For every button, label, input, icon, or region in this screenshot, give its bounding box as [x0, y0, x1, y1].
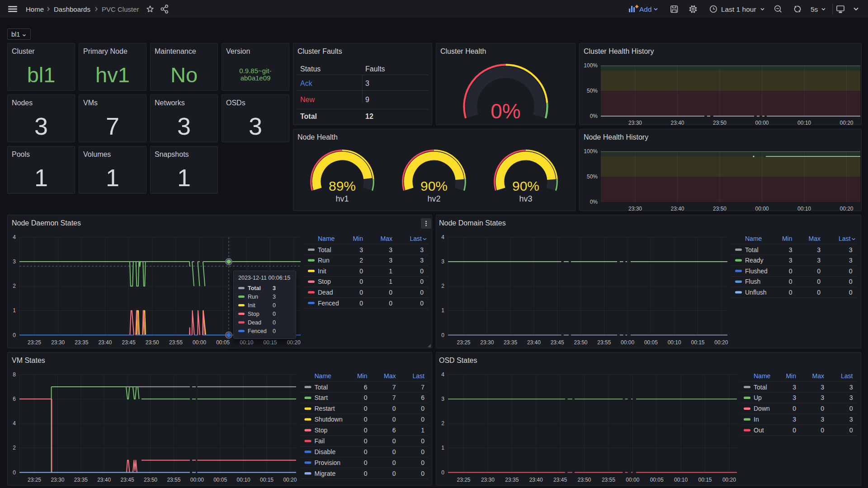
svg-text:Min: Min — [357, 372, 368, 380]
svg-text:Total: Total — [318, 246, 331, 253]
svg-text:0: 0 — [421, 437, 425, 445]
svg-text:0: 0 — [789, 278, 793, 285]
svg-text:Ack: Ack — [300, 80, 313, 87]
svg-text:23:30: 23:30 — [481, 477, 495, 483]
svg-text:00:05: 00:05 — [213, 477, 227, 483]
svg-text:00:00: 00:00 — [755, 120, 769, 126]
svg-text:0: 0 — [359, 267, 363, 275]
svg-text:00:15: 00:15 — [691, 339, 704, 346]
svg-text:0: 0 — [359, 278, 363, 285]
svg-text:2: 2 — [441, 283, 444, 289]
svg-text:Shutdown: Shutdown — [315, 416, 343, 423]
svg-text:Snapshots: Snapshots — [155, 150, 189, 158]
svg-text:Last: Last — [839, 235, 851, 242]
svg-text:00:20: 00:20 — [840, 206, 853, 212]
svg-text:VM States: VM States — [12, 357, 45, 364]
svg-text:3: 3 — [34, 113, 48, 140]
svg-text:00:20: 00:20 — [287, 339, 301, 346]
svg-text:0: 0 — [420, 289, 424, 296]
svg-text:Flush: Flush — [745, 278, 760, 285]
svg-text:2: 2 — [359, 257, 363, 264]
svg-text:6: 6 — [364, 384, 368, 391]
svg-text:23:25: 23:25 — [457, 339, 470, 346]
svg-text:Ready: Ready — [745, 257, 763, 264]
svg-text:00:10: 00:10 — [674, 477, 688, 483]
svg-text:1: 1 — [421, 427, 425, 434]
svg-text:0: 0 — [793, 427, 796, 434]
svg-text:0: 0 — [364, 437, 368, 445]
svg-text:ab0a1e09: ab0a1e09 — [241, 74, 271, 82]
svg-text:Migrate: Migrate — [315, 470, 336, 477]
svg-text:100%: 100% — [584, 148, 598, 155]
svg-text:23:35: 23:35 — [74, 477, 88, 483]
svg-text:PVC Cluster: PVC Cluster — [102, 5, 139, 13]
svg-text:23:45: 23:45 — [551, 339, 564, 346]
svg-text:0: 0 — [364, 405, 368, 412]
svg-text:00:00: 00:00 — [190, 477, 204, 483]
svg-text:0%: 0% — [590, 113, 598, 119]
svg-text:Last 1 hour: Last 1 hour — [721, 5, 756, 13]
svg-text:0: 0 — [821, 427, 824, 434]
svg-text:0: 0 — [849, 405, 853, 412]
svg-text:0: 0 — [359, 300, 363, 307]
svg-text:23:55: 23:55 — [169, 339, 183, 346]
svg-text:Node Health: Node Health — [297, 133, 338, 141]
svg-text:Fail: Fail — [315, 437, 325, 445]
svg-text:0: 0 — [421, 459, 425, 466]
svg-text:00:00: 00:00 — [193, 339, 206, 346]
svg-text:23:50: 23:50 — [713, 120, 726, 126]
svg-text:VMs: VMs — [83, 99, 98, 107]
svg-text:OSDs: OSDs — [226, 99, 245, 107]
svg-text:Faults: Faults — [365, 65, 385, 73]
svg-text:Max: Max — [812, 372, 824, 380]
svg-text:1: 1 — [106, 164, 119, 191]
svg-text:1: 1 — [441, 307, 444, 314]
svg-text:3: 3 — [441, 258, 444, 265]
svg-text:Add: Add — [639, 5, 652, 13]
svg-text:3: 3 — [13, 258, 16, 265]
svg-text:4: 4 — [13, 420, 16, 427]
svg-text:7: 7 — [106, 113, 119, 140]
svg-text:0: 0 — [392, 448, 396, 455]
svg-text:Total: Total — [754, 384, 767, 391]
svg-text:00:20: 00:20 — [714, 339, 728, 346]
svg-text:23:35: 23:35 — [505, 477, 519, 483]
svg-text:In: In — [754, 416, 759, 423]
svg-text:hv1: hv1 — [95, 63, 130, 87]
svg-text:Run: Run — [318, 257, 330, 264]
svg-text:3: 3 — [359, 246, 363, 253]
svg-text:23:40: 23:40 — [670, 120, 684, 126]
svg-text:8: 8 — [13, 371, 16, 378]
svg-text:00:05: 00:05 — [650, 477, 664, 483]
svg-text:00:15: 00:15 — [698, 477, 712, 483]
svg-text:0: 0 — [849, 267, 853, 275]
svg-text:5s: 5s — [811, 5, 818, 13]
svg-text:1: 1 — [441, 445, 444, 451]
svg-text:Primary Node: Primary Node — [83, 47, 127, 55]
svg-text:0: 0 — [364, 416, 368, 423]
svg-text:7: 7 — [392, 394, 396, 401]
svg-text:3: 3 — [789, 257, 793, 264]
svg-text:Dashboards: Dashboards — [54, 5, 90, 13]
svg-text:0: 0 — [392, 405, 396, 412]
svg-text:00:10: 00:10 — [240, 339, 253, 346]
svg-text:12: 12 — [365, 113, 373, 120]
svg-text:00:15: 00:15 — [260, 477, 274, 483]
svg-text:Node Health History: Node Health History — [584, 133, 648, 141]
svg-text:OSD States: OSD States — [439, 357, 477, 364]
svg-text:0: 0 — [359, 289, 363, 296]
svg-text:Name: Name — [318, 235, 335, 242]
svg-text:Node Daemon States: Node Daemon States — [12, 219, 81, 227]
svg-text:1: 1 — [389, 278, 392, 285]
svg-text:23:30: 23:30 — [480, 339, 494, 346]
svg-text:Name: Name — [745, 235, 762, 242]
svg-text:Cluster Health: Cluster Health — [440, 47, 486, 55]
svg-text:Total: Total — [300, 113, 317, 120]
svg-text:7: 7 — [421, 384, 425, 391]
svg-text:23:50: 23:50 — [577, 477, 591, 483]
svg-text:Restart: Restart — [315, 405, 335, 412]
svg-text:Up: Up — [754, 394, 762, 401]
svg-text:0%: 0% — [590, 199, 598, 205]
svg-text:Total: Total — [315, 384, 328, 391]
svg-text:Last: Last — [841, 372, 853, 380]
